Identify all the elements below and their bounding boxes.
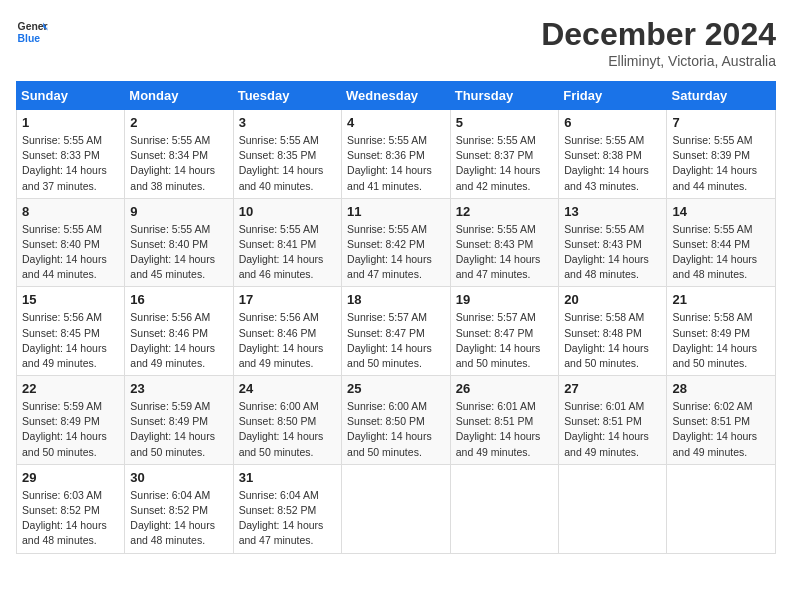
sunset: Sunset: 8:51 PM — [456, 414, 553, 429]
day-number: 1 — [22, 114, 119, 133]
day-number: 24 — [239, 380, 336, 399]
sunrise: Sunrise: 5:55 AM — [564, 133, 661, 148]
calendar-cell: 1Sunrise: 5:55 AMSunset: 8:33 PMDaylight… — [17, 110, 125, 199]
header-cell-thursday: Thursday — [450, 82, 558, 110]
day-number: 27 — [564, 380, 661, 399]
sunset: Sunset: 8:52 PM — [22, 503, 119, 518]
sunset: Sunset: 8:48 PM — [564, 326, 661, 341]
day-number: 14 — [672, 203, 770, 222]
sunset: Sunset: 8:37 PM — [456, 148, 553, 163]
daylight: Daylight: 14 hours and 49 minutes. — [672, 429, 770, 459]
sunrise: Sunrise: 5:56 AM — [130, 310, 227, 325]
sunset: Sunset: 8:49 PM — [672, 326, 770, 341]
daylight: Daylight: 14 hours and 49 minutes. — [564, 429, 661, 459]
sunset: Sunset: 8:38 PM — [564, 148, 661, 163]
calendar-cell: 4Sunrise: 5:55 AMSunset: 8:36 PMDaylight… — [342, 110, 451, 199]
day-number: 10 — [239, 203, 336, 222]
sunrise: Sunrise: 5:55 AM — [347, 133, 445, 148]
calendar-cell: 2Sunrise: 5:55 AMSunset: 8:34 PMDaylight… — [125, 110, 233, 199]
daylight: Daylight: 14 hours and 44 minutes. — [22, 252, 119, 282]
sunrise: Sunrise: 5:55 AM — [347, 222, 445, 237]
calendar-cell: 27Sunrise: 6:01 AMSunset: 8:51 PMDayligh… — [559, 376, 667, 465]
calendar-cell: 28Sunrise: 6:02 AMSunset: 8:51 PMDayligh… — [667, 376, 776, 465]
daylight: Daylight: 14 hours and 37 minutes. — [22, 163, 119, 193]
sunset: Sunset: 8:49 PM — [22, 414, 119, 429]
sunset: Sunset: 8:40 PM — [130, 237, 227, 252]
daylight: Daylight: 14 hours and 50 minutes. — [347, 429, 445, 459]
calendar-week-3: 15Sunrise: 5:56 AMSunset: 8:45 PMDayligh… — [17, 287, 776, 376]
sunrise: Sunrise: 6:00 AM — [347, 399, 445, 414]
day-number: 4 — [347, 114, 445, 133]
daylight: Daylight: 14 hours and 48 minutes. — [672, 252, 770, 282]
sunset: Sunset: 8:40 PM — [22, 237, 119, 252]
daylight: Daylight: 14 hours and 42 minutes. — [456, 163, 553, 193]
header-cell-tuesday: Tuesday — [233, 82, 341, 110]
sunset: Sunset: 8:46 PM — [130, 326, 227, 341]
day-number: 17 — [239, 291, 336, 310]
sunrise: Sunrise: 5:55 AM — [22, 222, 119, 237]
calendar-cell: 14Sunrise: 5:55 AMSunset: 8:44 PMDayligh… — [667, 198, 776, 287]
sunset: Sunset: 8:43 PM — [564, 237, 661, 252]
calendar-cell: 11Sunrise: 5:55 AMSunset: 8:42 PMDayligh… — [342, 198, 451, 287]
sunset: Sunset: 8:35 PM — [239, 148, 336, 163]
calendar-week-5: 29Sunrise: 6:03 AMSunset: 8:52 PMDayligh… — [17, 464, 776, 553]
calendar-header: SundayMondayTuesdayWednesdayThursdayFrid… — [17, 82, 776, 110]
calendar-table: SundayMondayTuesdayWednesdayThursdayFrid… — [16, 81, 776, 554]
calendar-cell: 12Sunrise: 5:55 AMSunset: 8:43 PMDayligh… — [450, 198, 558, 287]
sunset: Sunset: 8:47 PM — [347, 326, 445, 341]
sunrise: Sunrise: 5:55 AM — [672, 222, 770, 237]
daylight: Daylight: 14 hours and 50 minutes. — [347, 341, 445, 371]
day-number: 8 — [22, 203, 119, 222]
sunrise: Sunrise: 5:59 AM — [130, 399, 227, 414]
sunset: Sunset: 8:45 PM — [22, 326, 119, 341]
day-number: 12 — [456, 203, 553, 222]
calendar-cell: 6Sunrise: 5:55 AMSunset: 8:38 PMDaylight… — [559, 110, 667, 199]
sunset: Sunset: 8:36 PM — [347, 148, 445, 163]
calendar-cell: 31Sunrise: 6:04 AMSunset: 8:52 PMDayligh… — [233, 464, 341, 553]
calendar-cell: 5Sunrise: 5:55 AMSunset: 8:37 PMDaylight… — [450, 110, 558, 199]
daylight: Daylight: 14 hours and 49 minutes. — [130, 341, 227, 371]
day-number: 21 — [672, 291, 770, 310]
calendar-cell: 25Sunrise: 6:00 AMSunset: 8:50 PMDayligh… — [342, 376, 451, 465]
calendar-cell: 13Sunrise: 5:55 AMSunset: 8:43 PMDayligh… — [559, 198, 667, 287]
sunset: Sunset: 8:39 PM — [672, 148, 770, 163]
day-number: 18 — [347, 291, 445, 310]
header-cell-wednesday: Wednesday — [342, 82, 451, 110]
calendar-cell — [559, 464, 667, 553]
sunrise: Sunrise: 5:57 AM — [456, 310, 553, 325]
sunset: Sunset: 8:33 PM — [22, 148, 119, 163]
calendar-cell — [667, 464, 776, 553]
calendar-week-4: 22Sunrise: 5:59 AMSunset: 8:49 PMDayligh… — [17, 376, 776, 465]
sunrise: Sunrise: 5:59 AM — [22, 399, 119, 414]
calendar-body: 1Sunrise: 5:55 AMSunset: 8:33 PMDaylight… — [17, 110, 776, 554]
daylight: Daylight: 14 hours and 50 minutes. — [564, 341, 661, 371]
sunrise: Sunrise: 5:57 AM — [347, 310, 445, 325]
sunrise: Sunrise: 6:01 AM — [456, 399, 553, 414]
sunrise: Sunrise: 6:03 AM — [22, 488, 119, 503]
sunset: Sunset: 8:52 PM — [130, 503, 227, 518]
calendar-cell: 17Sunrise: 5:56 AMSunset: 8:46 PMDayligh… — [233, 287, 341, 376]
sunrise: Sunrise: 6:04 AM — [130, 488, 227, 503]
daylight: Daylight: 14 hours and 41 minutes. — [347, 163, 445, 193]
sunrise: Sunrise: 5:56 AM — [22, 310, 119, 325]
daylight: Daylight: 14 hours and 50 minutes. — [456, 341, 553, 371]
sunrise: Sunrise: 6:01 AM — [564, 399, 661, 414]
day-number: 29 — [22, 469, 119, 488]
sunset: Sunset: 8:34 PM — [130, 148, 227, 163]
calendar-cell: 30Sunrise: 6:04 AMSunset: 8:52 PMDayligh… — [125, 464, 233, 553]
calendar-cell — [450, 464, 558, 553]
day-number: 7 — [672, 114, 770, 133]
calendar-cell: 26Sunrise: 6:01 AMSunset: 8:51 PMDayligh… — [450, 376, 558, 465]
sunrise: Sunrise: 5:55 AM — [564, 222, 661, 237]
calendar-cell: 23Sunrise: 5:59 AMSunset: 8:49 PMDayligh… — [125, 376, 233, 465]
sunrise: Sunrise: 5:55 AM — [672, 133, 770, 148]
logo-icon: General Blue — [16, 16, 48, 48]
sunset: Sunset: 8:42 PM — [347, 237, 445, 252]
day-number: 9 — [130, 203, 227, 222]
daylight: Daylight: 14 hours and 48 minutes. — [130, 518, 227, 548]
sunrise: Sunrise: 5:55 AM — [456, 222, 553, 237]
daylight: Daylight: 14 hours and 49 minutes. — [22, 341, 119, 371]
daylight: Daylight: 14 hours and 43 minutes. — [564, 163, 661, 193]
calendar-cell: 20Sunrise: 5:58 AMSunset: 8:48 PMDayligh… — [559, 287, 667, 376]
sunset: Sunset: 8:47 PM — [456, 326, 553, 341]
